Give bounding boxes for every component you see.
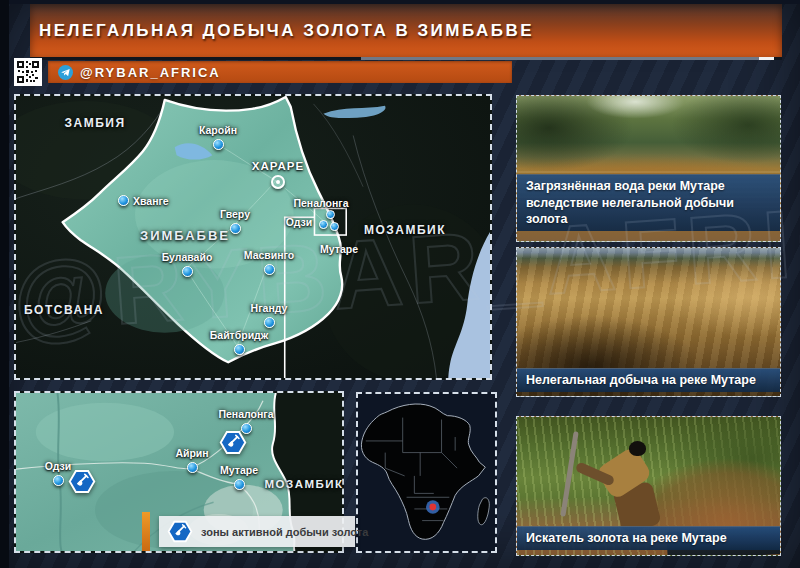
zimbabwe-location-dot — [429, 504, 436, 511]
city-dot — [182, 266, 193, 277]
legend-label: зоны активной добычи золота — [201, 526, 368, 538]
telegram-icon — [58, 65, 73, 80]
photo-caption: Нелегальная добыча на реке Мутаре — [517, 368, 780, 392]
photo-caption: Искатель золота на реке Мутаре — [517, 526, 780, 550]
region-label-mozambique: МОЗАМБИК — [364, 223, 446, 237]
photo-muddy-river: Загрязнённая вода реки Мутаре вследствие… — [516, 95, 781, 242]
digger-head — [629, 441, 646, 456]
city-dot — [264, 264, 275, 275]
qr-code — [14, 58, 42, 86]
inset-map-panel: МОЗАМБИК Пеналонга Айрин Одзи Мутаре — [14, 391, 344, 553]
africa-silhouette — [358, 394, 495, 551]
top-edge-strip — [0, 0, 800, 4]
photo-gold-digger: Искатель золота на реке Мутаре — [516, 416, 781, 556]
left-edge-strip — [0, 0, 9, 568]
region-label-zimbabwe: ЗИМБАБВЕ — [140, 228, 230, 243]
channel-handle: @RYBAR_AFRICA — [80, 65, 221, 80]
mining-zone-icon-odzi — [68, 469, 96, 494]
title-banner: НЕЛЕГАЛЬНАЯ ДОБЫЧА ЗОЛОТА В ЗИМБАБВЕ — [30, 4, 782, 57]
city-dot — [234, 344, 245, 355]
city-dot — [230, 223, 241, 234]
shovel-handle — [560, 431, 578, 517]
mining-zone-icon-penhalonga — [219, 430, 247, 455]
photo-mining-site: Нелегальная добыча на реке Мутаре — [516, 247, 781, 397]
main-map-panel: ЗАМБИЯ ЗИМБАБВЕ МОЗАМБИК БОТСВАНА Каройн… — [14, 94, 492, 380]
legend-accent-bar — [142, 512, 150, 551]
city-dot — [118, 195, 129, 206]
capital-marker — [271, 175, 285, 189]
infographic-canvas: НЕЛЕГАЛЬНАЯ ДОБЫЧА ЗОЛОТА В ЗИМБАБВЕ @RY… — [0, 0, 800, 568]
region-label-zambia: ЗАМБИЯ — [64, 116, 125, 130]
photo-caption: Загрязнённая вода реки Мутаре вследствие… — [517, 174, 780, 231]
telegram-channel-bar[interactable]: @RYBAR_AFRICA — [48, 61, 512, 83]
page-title: НЕЛЕГАЛЬНАЯ ДОБЫЧА ЗОЛОТА В ЗИМБАБВЕ — [39, 21, 534, 41]
inset-region-label-mozambique: МОЗАМБИК — [264, 478, 343, 490]
city-dot — [264, 317, 275, 328]
africa-locator-panel — [356, 392, 497, 553]
city-dot — [213, 139, 224, 150]
legend-mining-zone-icon — [167, 520, 193, 543]
region-label-botswana: БОТСВАНА — [24, 303, 104, 317]
banner-underline — [30, 57, 782, 60]
map-legend: зоны активной добычи золота — [142, 512, 355, 551]
